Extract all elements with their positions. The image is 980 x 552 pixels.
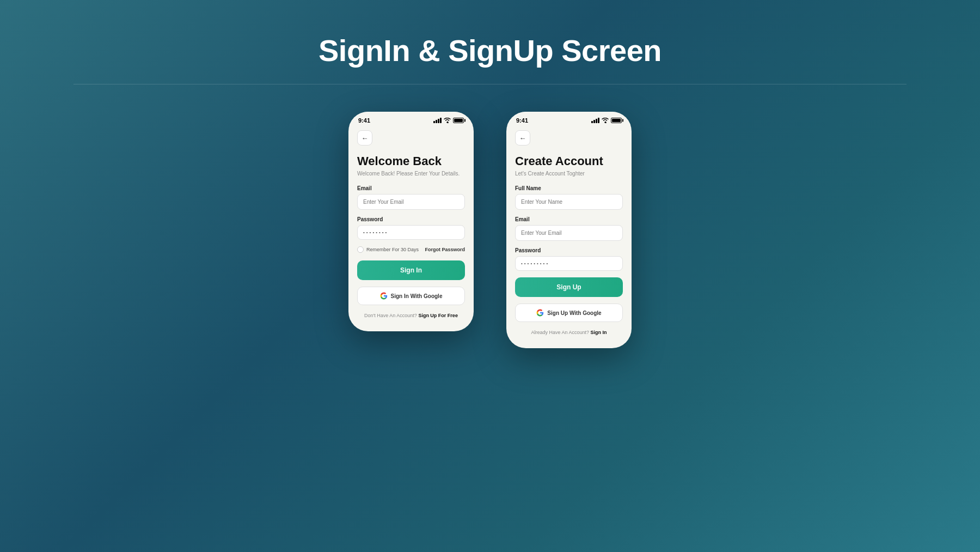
password-label-signin: Password [357, 216, 465, 222]
svg-point-1 [604, 122, 605, 123]
status-bar-signup: 9:41 [506, 112, 632, 126]
signup-phone: 9:41 ← [506, 112, 632, 348]
password-input-signin[interactable] [357, 225, 465, 240]
signin-title: Welcome Back [357, 154, 465, 168]
signin-button[interactable]: Sign In [357, 260, 465, 280]
email-input-signup[interactable] [515, 225, 623, 241]
signin-subtitle: Welcome Back! Please Enter Your Details. [357, 171, 465, 177]
page-header: SignIn & SignUp Screen [0, 0, 980, 84]
wifi-icon [444, 118, 451, 123]
fullname-label: Full Name [515, 185, 623, 191]
back-arrow-icon-signup: ← [519, 135, 526, 142]
google-icon-signin [380, 292, 388, 300]
battery-icon-signup [611, 118, 622, 123]
password-input-signup[interactable] [515, 256, 623, 271]
signup-bottom-link: Already Have An Account? Sign In [515, 330, 623, 335]
signin-bottom-text: Don't Have An Account? [364, 313, 418, 318]
battery-icon [453, 118, 464, 123]
remember-checkbox[interactable] [357, 246, 364, 253]
back-button-signin[interactable]: ← [357, 130, 372, 145]
page-title: SignIn & SignUp Screen [0, 33, 980, 68]
google-signup-button[interactable]: Sign Up With Google [515, 304, 623, 322]
status-time-signin: 9:41 [358, 117, 370, 124]
forgot-password-link[interactable]: Forgot Password [425, 247, 465, 252]
password-label-signup: Password [515, 247, 623, 253]
remember-row: Remember For 30 Days Forgot Password [357, 246, 465, 253]
remember-left: Remember For 30 Days [357, 246, 419, 253]
phones-container: 9:41 ← [348, 112, 632, 348]
google-signup-label: Sign Up With Google [547, 310, 601, 316]
signup-content: ← Create Account Let's Create Account To… [506, 126, 632, 348]
status-icons-signin [433, 118, 464, 123]
email-label-signup: Email [515, 216, 623, 222]
email-label-signin: Email [357, 185, 465, 191]
signup-link[interactable]: Sign Up For Free [418, 313, 458, 318]
svg-point-0 [446, 122, 448, 123]
wifi-icon-signup [602, 118, 609, 123]
remember-label: Remember For 30 Days [366, 247, 419, 252]
google-signin-label: Sign In With Google [391, 293, 443, 299]
signup-bottom-text: Already Have An Account? [531, 330, 590, 335]
signup-button[interactable]: Sign Up [515, 277, 623, 297]
signin-bottom-link: Don't Have An Account? Sign Up For Free [357, 313, 465, 318]
back-arrow-icon: ← [362, 135, 369, 142]
signin-content: ← Welcome Back Welcome Back! Please Ente… [348, 126, 474, 331]
signup-title: Create Account [515, 154, 623, 168]
back-button-signup[interactable]: ← [515, 130, 530, 145]
google-icon-signup [536, 309, 544, 317]
fullname-input[interactable] [515, 194, 623, 210]
status-bar-signin: 9:41 [348, 112, 474, 126]
signal-icon [433, 118, 442, 123]
status-icons-signup [591, 118, 622, 123]
email-input-signin[interactable] [357, 194, 465, 210]
status-time-signup: 9:41 [516, 117, 528, 124]
signin-phone: 9:41 ← [348, 112, 474, 331]
signal-icon-signup [591, 118, 599, 123]
signin-link[interactable]: Sign In [591, 330, 607, 335]
signup-subtitle: Let's Create Account Toghter [515, 171, 623, 177]
google-signin-button[interactable]: Sign In With Google [357, 287, 465, 305]
